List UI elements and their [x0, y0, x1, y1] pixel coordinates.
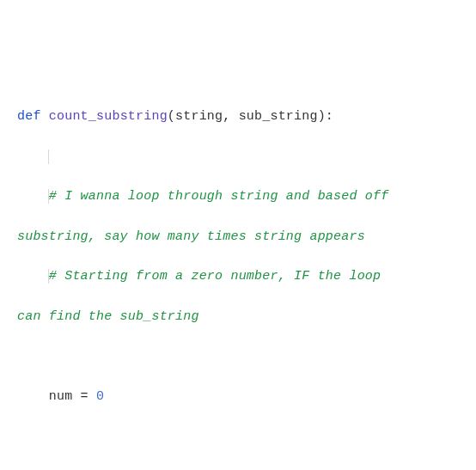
indent-guide — [48, 150, 49, 164]
code-editor[interactable]: def count_substring(string, sub_string):… — [0, 80, 476, 470]
code-line: for i in range(0, len(string)): — [3, 467, 476, 470]
gutter — [3, 227, 17, 243]
gutter — [3, 307, 17, 323]
keyword-def: def — [17, 109, 41, 124]
gutter — [3, 387, 17, 403]
code-line-blank — [3, 147, 476, 167]
gutter — [3, 426, 17, 443]
number-literal: 0 — [96, 389, 104, 404]
code-line: can find the sub_string — [3, 307, 476, 327]
code-line: substring, say how many times string app… — [3, 227, 476, 247]
comment-wrap: substring, say how many times string app… — [17, 229, 365, 244]
gutter — [3, 266, 17, 283]
gutter — [3, 107, 17, 123]
comment-wrap: can find the sub_string — [17, 309, 199, 324]
params: (string, sub_string): — [168, 109, 333, 124]
function-name: count_substring — [49, 109, 168, 124]
gutter — [3, 186, 17, 203]
code-line: num = 0 — [3, 387, 476, 406]
gutter — [3, 346, 17, 363]
comment: # I wanna loop through string and based … — [49, 189, 389, 204]
code-line-blank — [3, 426, 476, 446]
code-line: # Starting from a zero number, IF the lo… — [3, 266, 476, 286]
code-line: # I wanna loop through string and based … — [3, 186, 476, 206]
code-line-blank — [3, 346, 476, 366]
comment: # Starting from a zero number, IF the lo… — [49, 269, 381, 284]
gutter — [3, 147, 17, 163]
assignment: num = — [49, 389, 96, 404]
text — [41, 109, 49, 124]
code-line: def count_substring(string, sub_string): — [3, 107, 476, 126]
gutter — [3, 467, 17, 470]
